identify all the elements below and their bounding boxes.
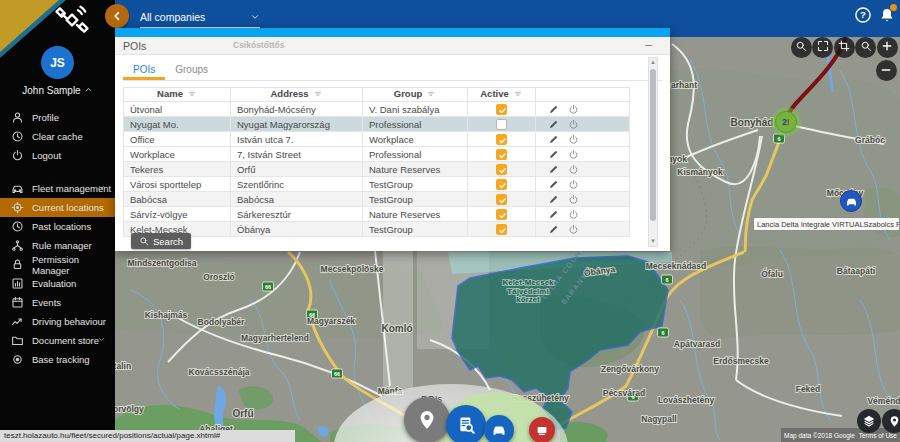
cell-active xyxy=(468,192,536,207)
column-header-active[interactable]: Active xyxy=(468,88,536,102)
active-checkbox[interactable] xyxy=(496,209,507,220)
column-header-address[interactable]: Address xyxy=(231,88,363,102)
deactivate-button[interactable] xyxy=(568,209,579,220)
poi-table-row[interactable]: ÚtvonalBonyhád-MócsényV. Dani szabálya xyxy=(124,102,630,117)
map-zoom-out-button[interactable] xyxy=(876,60,897,81)
deactivate-button[interactable] xyxy=(568,224,579,235)
deactivate-button[interactable] xyxy=(568,149,579,160)
map-search-area-button[interactable] xyxy=(791,37,812,58)
map-label: arhant xyxy=(671,80,697,90)
search-button[interactable]: Search xyxy=(131,233,191,249)
tab-pois[interactable]: POIs xyxy=(123,61,165,80)
avatar[interactable]: JS xyxy=(41,46,74,79)
sidebar-item-events[interactable]: Events xyxy=(0,293,115,312)
edit-button[interactable] xyxy=(548,194,559,205)
active-checkbox[interactable] xyxy=(496,104,507,115)
deactivate-button[interactable] xyxy=(568,194,579,205)
deactivate-button[interactable] xyxy=(568,134,579,145)
active-checkbox[interactable] xyxy=(496,194,507,205)
notifications-button[interactable] xyxy=(877,5,896,24)
active-checkbox[interactable] xyxy=(496,224,507,235)
sidebar-item-profile[interactable]: Profile xyxy=(0,108,115,127)
poi-table-row[interactable]: Workplace7, István StreetProfessional xyxy=(124,147,630,162)
map-label: Magyarszék xyxy=(307,316,355,326)
sidebar-item-current-locations[interactable]: Current locations xyxy=(0,198,115,217)
sidebar-item-evaluation[interactable]: Evaluation xyxy=(0,274,115,293)
sidebar-item-label: Permission Manager xyxy=(32,254,115,276)
sidebar-item-base-tracking[interactable]: Base tracking xyxy=(0,350,115,369)
active-checkbox[interactable] xyxy=(496,149,507,160)
poi-table-row[interactable]: BabócsaBabócsaTestGroup xyxy=(124,192,630,207)
folder-icon xyxy=(11,334,24,347)
active-checkbox[interactable] xyxy=(496,164,507,175)
minimize-button[interactable]: – xyxy=(645,38,652,52)
map-select-region-button[interactable] xyxy=(834,37,855,58)
poi-table-row[interactable]: TekeresOrfűNature Reserves xyxy=(124,162,630,177)
map-label-ghost: Csikóstőttős xyxy=(233,40,284,50)
column-header-group[interactable]: Group xyxy=(363,88,468,102)
sidebar-item-label: Events xyxy=(32,297,61,308)
poi-pin-button[interactable] xyxy=(404,397,450,442)
active-checkbox[interactable] xyxy=(496,134,507,145)
sidebar-item-rule-manager[interactable]: Rule manager xyxy=(0,236,115,255)
user-menu[interactable]: John Sample xyxy=(0,85,115,96)
dialog-title-bar[interactable]: POIs Csikóstőttős – xyxy=(115,37,670,55)
poi-table-row[interactable]: Nyugat Mo.Nyugat MagyarországProfessiona… xyxy=(124,117,630,132)
cell-group: Nature Reserves xyxy=(363,162,468,177)
sidebar-item-driving-behaviour[interactable]: Driving behaviour xyxy=(0,312,115,331)
sidebar-item-logout[interactable]: Logout xyxy=(0,146,115,165)
sidebar-item-clear-cache[interactable]: Clear cache xyxy=(0,127,115,146)
company-selector[interactable]: All companies xyxy=(140,7,260,28)
map-label: Kelet-Mecsek xyxy=(502,278,554,287)
scroll-down-arrow[interactable]: ▼ xyxy=(649,237,657,246)
status-url-bar: teszt.holazauto.hu/fleet/secured/positio… xyxy=(0,430,295,442)
sidebar-item-document-store[interactable]: Document store xyxy=(0,331,115,350)
active-checkbox[interactable] xyxy=(496,179,507,190)
deactivate-button[interactable] xyxy=(568,164,579,175)
card-button[interactable] xyxy=(529,417,555,442)
cell-address: Óbánya xyxy=(231,222,363,237)
column-header-name[interactable]: Name xyxy=(124,88,231,102)
deactivate-button[interactable] xyxy=(568,104,579,115)
edit-button[interactable] xyxy=(548,164,559,175)
tab-groups[interactable]: Groups xyxy=(165,61,218,80)
car-icon xyxy=(11,182,24,195)
map-fullscreen-button[interactable] xyxy=(812,37,833,58)
deactivate-button[interactable] xyxy=(568,179,579,190)
edit-button[interactable] xyxy=(548,179,559,190)
edit-button[interactable] xyxy=(548,134,559,145)
poi-table-row[interactable]: Városi sporttelepSzentlőrincTestGroup xyxy=(124,177,630,192)
deactivate-button[interactable] xyxy=(568,119,579,130)
map-poi-toggle-button[interactable] xyxy=(882,409,900,433)
dialog-scrollbar[interactable]: ▲ ▼ xyxy=(648,57,658,247)
sidebar-item-past-locations[interactable]: Past locations xyxy=(0,217,115,236)
scrollbar-thumb[interactable] xyxy=(650,69,656,221)
poi-table-row[interactable]: Sárvíz-völgyeSárkeresztúrNature Reserves xyxy=(124,207,630,222)
edit-button[interactable] xyxy=(548,119,559,130)
edit-button[interactable] xyxy=(548,224,559,235)
scroll-up-arrow[interactable]: ▲ xyxy=(649,58,657,67)
sidebar-item-label: Past locations xyxy=(32,221,91,232)
active-checkbox[interactable] xyxy=(496,119,507,130)
vehicle-cluster-marker[interactable]: 2! xyxy=(771,107,801,137)
magnifier-icon xyxy=(860,38,872,56)
lock-icon xyxy=(11,258,24,271)
poi-table-row[interactable]: OfficeIstván utca 7.Workplace xyxy=(124,132,630,147)
sidebar-item-fleet-management[interactable]: Fleet management xyxy=(0,179,115,198)
edit-button[interactable] xyxy=(548,209,559,220)
map-layers-button[interactable] xyxy=(857,409,881,433)
map-magnify-button[interactable] xyxy=(855,37,876,58)
poi-table-row[interactable]: Kelet-MecsekÓbányaTestGroup xyxy=(124,222,630,237)
map-zoom-in-button[interactable] xyxy=(877,37,898,58)
sidebar-item-permission-manager[interactable]: Permission Manager xyxy=(0,255,115,274)
poi-list-search-button[interactable] xyxy=(446,405,486,442)
sort-icon xyxy=(313,90,323,101)
help-button[interactable]: ? xyxy=(853,5,872,24)
vehicle-marker[interactable] xyxy=(840,190,862,212)
edit-button[interactable] xyxy=(548,104,559,115)
cell-address: Szentlőrinc xyxy=(231,177,363,192)
sidebar-collapse-button[interactable] xyxy=(105,4,129,28)
edit-button[interactable] xyxy=(548,149,559,160)
map-label: Komló xyxy=(381,323,412,334)
vehicles-button[interactable] xyxy=(484,415,514,442)
